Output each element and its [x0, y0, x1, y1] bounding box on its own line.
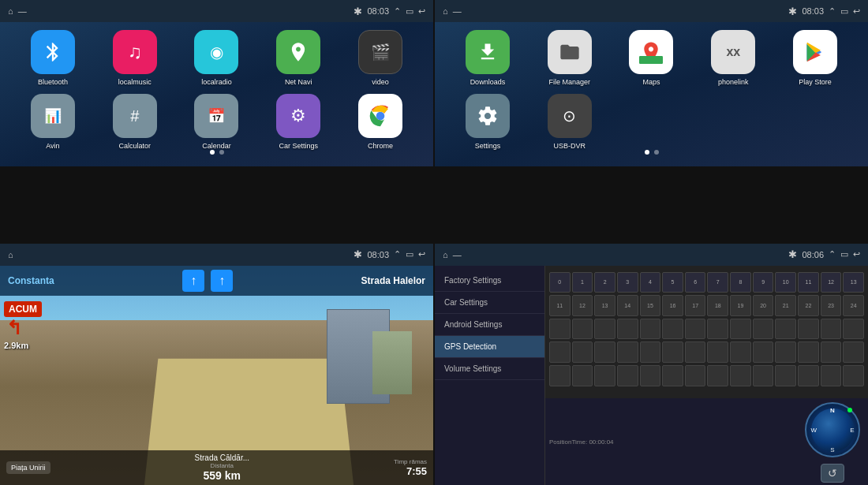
- back-icon-settings[interactable]: ↩: [853, 249, 860, 259]
- app-localmusic[interactable]: ♫ localmusic: [98, 30, 172, 86]
- settings-compass-row: PositionTime: 00:00:04 N S E W ↺: [545, 398, 868, 485]
- app-settings[interactable]: Settings: [451, 94, 525, 150]
- topbar-settings-right: ✱ 08:06 ⌃ ▭ ↩: [788, 248, 860, 260]
- compass-refresh-button[interactable]: ↺: [821, 464, 844, 483]
- back-icon-1[interactable]: ↩: [418, 6, 425, 17]
- home-screen-1: Bluetooth ♫ localmusic ◉ localradio: [0, 22, 433, 166]
- app-icon-localradio: ◉: [194, 30, 238, 74]
- app-localradio[interactable]: ◉ localradio: [180, 30, 254, 86]
- app-label-phonelink: phonelink: [718, 78, 749, 86]
- app-phonelink[interactable]: xx phonelink: [696, 30, 770, 86]
- app-label-bluetooth: Bluetooth: [38, 78, 68, 86]
- home-icon-2[interactable]: ⌂: [443, 6, 448, 16]
- back-icon-nav[interactable]: ↩: [418, 249, 425, 259]
- cell-r1-1: 12: [572, 295, 593, 316]
- app-label-video: video: [372, 78, 389, 86]
- compass-s-label: S: [830, 446, 834, 453]
- num-grid-header: 0 1 2 3 4 5 6 7 8 9 10 11 12 13: [549, 272, 864, 293]
- menu-gps-detection[interactable]: GPS Detection: [435, 336, 544, 358]
- home-icon-settings[interactable]: ⌂: [443, 250, 448, 259]
- nav-strada-info: Strada Căldăr... Distanta 559 km: [195, 453, 249, 482]
- menu-factory-settings[interactable]: Factory Settings: [435, 270, 544, 292]
- cell-r1-11: 22: [798, 295, 819, 316]
- app-label-playstore: Play Store: [799, 78, 832, 86]
- cell-r1-3: 14: [617, 295, 638, 316]
- col-header-6: 6: [685, 272, 706, 293]
- app-icon-avin: 📊: [31, 94, 75, 138]
- num-grid-row2: [549, 319, 864, 340]
- app-label-calculator: Calculator: [118, 142, 151, 150]
- cell-r1-4: 15: [640, 295, 661, 316]
- col-header-13: 13: [843, 272, 864, 293]
- nav-distance-label: 2.9km: [4, 341, 28, 350]
- num-grid-row3: [549, 341, 864, 363]
- wifi-icon-nav: ⌃: [394, 249, 401, 259]
- nav-turn-arrow: ↰: [6, 317, 22, 339]
- app-carsettings[interactable]: ⚙ Car Settings: [261, 94, 335, 150]
- app-netnavi[interactable]: Net Navi: [261, 30, 335, 86]
- panel-navigation: ⌂ ✱ 08:03 ⌃ ▭ ↩ Constanta: [0, 244, 433, 486]
- app-label-downloads: Downloads: [470, 78, 506, 86]
- panel-home2: ⌂ — ✱ 08:03 ⌃ ▭ ↩ Downloads: [435, 0, 868, 242]
- svg-rect-2: [639, 56, 663, 64]
- topbar-left-2: ⌂ —: [443, 6, 462, 16]
- app-downloads[interactable]: Downloads: [451, 30, 525, 86]
- wifi-icon-settings: ⌃: [829, 249, 836, 259]
- home-icon-1[interactable]: ⌂: [8, 6, 13, 16]
- panel-settings: ⌂ — ✱ 08:06 ⌃ ▭ ↩ Factory Settings Car S…: [435, 244, 868, 486]
- col-header-3: 3: [617, 272, 638, 293]
- topbar-nav: ⌂ ✱ 08:03 ⌃ ▭ ↩: [0, 244, 433, 266]
- nav-strada-name: Strada Căldăr...: [195, 453, 249, 462]
- app-icon-downloads: [466, 30, 510, 74]
- menu-volume-settings[interactable]: Volume Settings: [435, 358, 544, 380]
- compass-e-label: E: [850, 427, 854, 434]
- app-playstore[interactable]: Play Store: [778, 30, 852, 86]
- back-icon-2[interactable]: ↩: [853, 6, 860, 17]
- app-icon-calendar: 📅: [194, 94, 238, 138]
- home-icon-nav[interactable]: ⌂: [8, 250, 13, 259]
- app-calendar[interactable]: 📅 Calendar: [180, 94, 254, 150]
- app-video[interactable]: 🎬 video: [343, 30, 417, 86]
- nav-arrow-up-2: ↑: [211, 270, 233, 292]
- menu-android-settings[interactable]: Android Settings: [435, 314, 544, 336]
- topbar-2: ⌂ — ✱ 08:03 ⌃ ▭ ↩: [435, 0, 868, 22]
- app-usbdvr[interactable]: ⊙ USB-DVR: [533, 94, 607, 150]
- app-calculator[interactable]: # Calculator: [98, 94, 172, 150]
- page-dots-1: [210, 150, 224, 155]
- cell-r1-7: 18: [707, 295, 728, 316]
- settings-main-area: 0 1 2 3 4 5 6 7 8 9 10 11 12 13: [545, 266, 868, 486]
- cell-r1-9: 20: [753, 295, 774, 316]
- col-header-7: 7: [707, 272, 728, 293]
- compass-container: N S E W ↺: [801, 398, 864, 485]
- app-bluetooth[interactable]: Bluetooth: [16, 30, 90, 86]
- col-header-11: 11: [798, 272, 819, 293]
- screen-icon-settings: ▭: [840, 249, 848, 259]
- building-2: [372, 331, 412, 394]
- dot-1-inactive: [219, 150, 224, 155]
- panel-home1: ⌂ — ✱ 08:03 ⌃ ▭ ↩ Bluet: [0, 0, 433, 242]
- bt-icon-1: ✱: [354, 6, 362, 17]
- app-chrome[interactable]: Chrome: [343, 94, 417, 150]
- menu-car-settings[interactable]: Car Settings: [435, 292, 544, 314]
- wifi-icon-2: ⌃: [829, 6, 836, 17]
- topbar-left-1: ⌂ —: [8, 6, 27, 16]
- app-filemanager[interactable]: File Manager: [533, 30, 607, 86]
- app-icon-phonelink: xx: [711, 30, 755, 74]
- app-label-usbdvr: USB-DVR: [553, 142, 586, 150]
- nav-piata-label: Piața Unirii: [6, 461, 51, 474]
- wifi-icon-1: ⌃: [394, 6, 401, 17]
- app-icon-playstore: [793, 30, 837, 74]
- app-grid-row1: Bluetooth ♫ localmusic ◉ localradio: [16, 30, 417, 150]
- app-label-localmusic: localmusic: [118, 78, 152, 86]
- app-avin[interactable]: 📊 Avin: [16, 94, 90, 150]
- map-area: Constanta ↑ ↑ Strada Halelor ACUM ↰ 2.9k…: [0, 266, 433, 486]
- time-display-settings: 08:06: [802, 250, 824, 259]
- col-header-8: 8: [730, 272, 751, 293]
- app-maps[interactable]: Maps: [615, 30, 689, 86]
- nav-timp-lbl: Timp rămas: [394, 458, 427, 465]
- time-display-2: 08:03: [802, 6, 824, 16]
- app-icon-maps: [629, 30, 673, 74]
- col-header-5: 5: [662, 272, 683, 293]
- compass-dot: [847, 408, 852, 412]
- app-label-chrome: Chrome: [368, 142, 393, 150]
